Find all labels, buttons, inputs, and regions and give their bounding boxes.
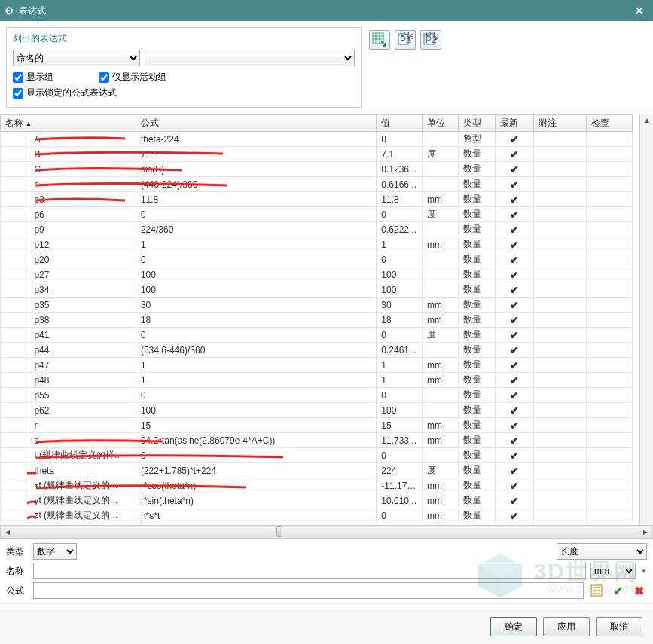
cell-name[interactable]: p12 <box>29 237 136 252</box>
apply-button[interactable]: 应用 <box>543 617 590 636</box>
cell-type[interactable]: 数量 <box>459 358 496 373</box>
col-check-header[interactable]: 检查 <box>587 115 633 132</box>
cell-unit[interactable] <box>422 162 459 177</box>
cell-unit[interactable]: mm <box>422 373 459 388</box>
cell-unit[interactable]: mm <box>422 192 459 207</box>
param-export-icon[interactable]: P1=P2= <box>420 30 441 50</box>
cell-type[interactable]: 数量 <box>459 313 496 328</box>
cell-type[interactable]: 数量 <box>459 298 496 313</box>
cell-name[interactable]: p20 <box>29 252 136 267</box>
cell-type[interactable]: 数量 <box>459 162 496 177</box>
cell-value[interactable]: 0 <box>377 132 423 147</box>
table-row[interactable]: p4711mm数量✔ <box>1 358 633 373</box>
cell-formula[interactable]: 94.2*tan(asine(2.86079e-4*A+C)) <box>136 433 376 448</box>
cell-value[interactable]: 11.733... <box>377 433 423 448</box>
cell-check[interactable] <box>587 328 633 343</box>
cell-check[interactable] <box>587 418 633 433</box>
cell-formula[interactable]: (222+1.785)*t+224 <box>136 463 376 478</box>
cell-check[interactable] <box>587 493 633 508</box>
cell-note[interactable] <box>533 192 587 207</box>
table-row[interactable]: p34100100数量✔ <box>1 282 633 298</box>
cell-name[interactable]: s <box>29 433 136 448</box>
table-row[interactable]: p600度数量✔ <box>1 207 633 222</box>
cell-note[interactable] <box>533 508 587 523</box>
table-row[interactable]: p27100100数量✔ <box>1 267 633 282</box>
filter-scope-combo[interactable] <box>145 50 355 66</box>
cell-name[interactable]: p6 <box>29 207 136 222</box>
cell-type[interactable]: 数量 <box>459 508 496 523</box>
active-only-checkbox[interactable]: 仅显示活动组 <box>99 71 166 84</box>
cell-unit[interactable]: mm <box>422 298 459 313</box>
cell-check[interactable] <box>587 448 633 463</box>
cell-unit[interactable] <box>422 132 459 147</box>
cell-unit[interactable]: mm <box>422 508 459 523</box>
table-row[interactable]: zt (规律曲线定义的...n*s*t0mm数量✔ <box>1 508 633 523</box>
cell-note[interactable] <box>533 222 587 237</box>
cell-unit[interactable]: 度 <box>422 328 459 343</box>
show-locked-checkbox[interactable]: 显示锁定的公式表达式 <box>13 87 355 99</box>
unit-more-icon[interactable]: ▼ <box>641 568 647 575</box>
cell-name[interactable]: p35 <box>29 298 136 313</box>
cell-check[interactable] <box>587 237 633 252</box>
cell-note[interactable] <box>533 237 587 252</box>
cell-formula[interactable]: 1 <box>136 358 376 373</box>
cell-value[interactable]: 0 <box>377 388 423 403</box>
cell-type[interactable]: 数量 <box>459 282 496 298</box>
cell-formula[interactable]: 100 <box>136 267 376 282</box>
cell-check[interactable] <box>587 177 633 192</box>
cell-formula[interactable]: 1 <box>136 373 376 388</box>
cell-check[interactable] <box>587 313 633 328</box>
cell-name[interactable]: B <box>29 147 136 162</box>
cell-note[interactable] <box>533 358 587 373</box>
unit-combo[interactable]: mm <box>590 563 636 579</box>
cell-unit[interactable]: mm <box>422 237 459 252</box>
reject-icon[interactable]: ✖ <box>630 582 647 599</box>
cell-note[interactable] <box>533 493 587 508</box>
close-icon[interactable]: ✕ <box>630 4 648 18</box>
cell-note[interactable] <box>533 328 587 343</box>
table-row[interactable]: Csin(B)0.1236...数量✔ <box>1 162 633 177</box>
cell-value[interactable]: 1 <box>377 358 423 373</box>
cell-value[interactable]: 0 <box>377 328 423 343</box>
cell-unit[interactable]: mm <box>422 418 459 433</box>
cell-unit[interactable]: 度 <box>422 463 459 478</box>
cell-unit[interactable] <box>422 267 459 282</box>
cell-note[interactable] <box>533 267 587 282</box>
cell-formula[interactable]: 30 <box>136 298 376 313</box>
cell-name[interactable]: p27 <box>29 267 136 282</box>
cell-unit[interactable] <box>422 252 459 267</box>
col-update-header[interactable]: 最新 <box>496 115 534 132</box>
scroll-track[interactable] <box>14 526 639 537</box>
cell-formula[interactable]: r*sin(theta*n) <box>136 493 376 508</box>
col-unit-header[interactable]: 单位 <box>422 115 459 132</box>
cell-formula[interactable]: 0 <box>136 448 376 463</box>
cell-value[interactable]: 11.8 <box>377 192 423 207</box>
table-row[interactable]: p4811mm数量✔ <box>1 373 633 388</box>
cell-formula[interactable]: 7.1 <box>136 147 376 162</box>
cell-note[interactable] <box>533 463 587 478</box>
cell-name[interactable]: n <box>29 177 136 192</box>
cell-unit[interactable] <box>422 448 459 463</box>
cell-check[interactable] <box>587 267 633 282</box>
cell-note[interactable] <box>533 478 587 493</box>
cell-name[interactable]: xt (规律曲线定义的... <box>29 478 136 493</box>
cell-type[interactable]: 数量 <box>459 237 496 252</box>
cell-formula[interactable]: 0 <box>136 328 376 343</box>
cell-check[interactable] <box>587 298 633 313</box>
accept-icon[interactable]: ✔ <box>609 582 626 599</box>
cell-name[interactable]: C <box>29 162 136 177</box>
cell-formula[interactable]: (446-224)/360 <box>136 177 376 192</box>
cell-type[interactable]: 数量 <box>459 403 496 418</box>
cell-formula[interactable]: theta-224 <box>136 132 376 147</box>
formula-list-icon[interactable] <box>588 582 605 599</box>
cell-note[interactable] <box>533 177 587 192</box>
cell-unit[interactable]: mm <box>422 493 459 508</box>
cell-note[interactable] <box>533 388 587 403</box>
cell-name[interactable]: p55 <box>29 388 136 403</box>
cell-value[interactable]: 0 <box>377 207 423 222</box>
cell-name[interactable]: p62 <box>29 403 136 418</box>
show-group-checkbox[interactable]: 显示组 <box>13 71 53 84</box>
cell-name[interactable]: r <box>29 418 136 433</box>
table-row[interactable]: s94.2*tan(asine(2.86079e-4*A+C))11.733..… <box>1 433 633 448</box>
cell-check[interactable] <box>587 252 633 267</box>
